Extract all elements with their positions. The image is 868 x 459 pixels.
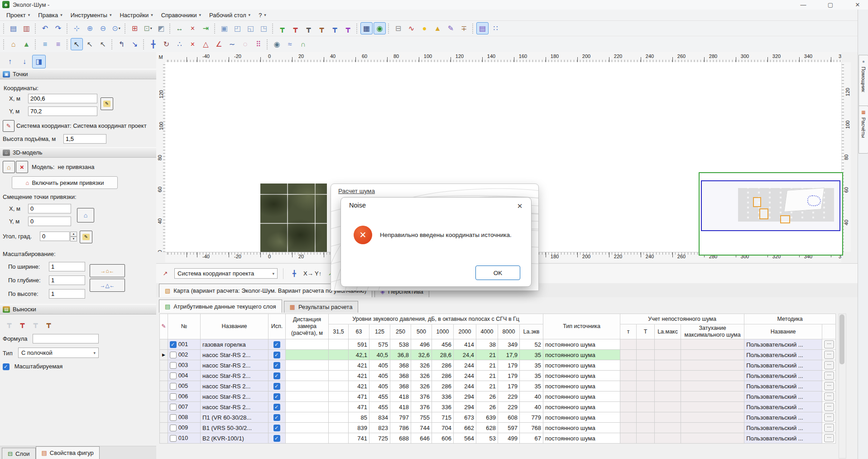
level-cell[interactable]: 646 xyxy=(411,433,432,444)
method-name-cell[interactable]: Пользовательский ... xyxy=(744,360,822,371)
column-header[interactable]: 4000 xyxy=(476,324,498,339)
T-cell[interactable] xyxy=(637,402,655,412)
use-checkbox-cell[interactable] xyxy=(269,391,286,402)
level-cell[interactable]: 405 xyxy=(369,381,390,391)
row-number-cell[interactable]: 009 xyxy=(168,423,201,433)
tau-cell[interactable] xyxy=(620,412,637,423)
level-cell[interactable]: 741 xyxy=(349,433,369,444)
section-3d-model[interactable]: ⌂ 3D-модель xyxy=(0,147,156,158)
pan-mode-icon[interactable]: ╋ xyxy=(289,269,300,279)
attenuation-cell[interactable] xyxy=(681,433,744,444)
level-cell[interactable]: 85 xyxy=(349,412,369,423)
pick-angle-button[interactable]: ✎ xyxy=(80,231,92,243)
use-checkbox-cell[interactable] xyxy=(269,350,286,360)
section-callouts[interactable]: ▤ Выноски xyxy=(0,304,156,314)
la-max-cell[interactable] xyxy=(655,402,681,412)
method-name-cell[interactable]: Пользовательский ... xyxy=(744,371,822,381)
column-header[interactable]: La.экв xyxy=(520,324,543,339)
maximize-button[interactable]: ▢ xyxy=(824,0,837,10)
use-checkbox[interactable] xyxy=(273,393,280,400)
callout-remove-button[interactable]: ┳ xyxy=(16,318,29,330)
use-checkbox-cell[interactable] xyxy=(269,339,286,350)
level-cell[interactable]: 704 xyxy=(432,423,454,433)
row-number-cell[interactable]: 003 xyxy=(168,360,201,371)
level-cell[interactable]: 421 xyxy=(349,381,369,391)
level-cell[interactable]: 606 xyxy=(432,433,454,444)
zoom-in-button[interactable]: ⊕ xyxy=(84,22,96,34)
scalable-checkbox-row[interactable]: Масштабируемая xyxy=(3,363,62,370)
level-cell[interactable]: 496 xyxy=(411,339,432,350)
attenuation-cell[interactable] xyxy=(681,339,744,350)
menu-item[interactable]: ?▾ xyxy=(255,11,271,19)
post-remove-button[interactable]: ┳ xyxy=(289,22,302,34)
method-name-cell[interactable]: Пользовательский ... xyxy=(744,433,822,444)
level-cell[interactable]: 336 xyxy=(432,391,454,402)
coordinate-system-select[interactable]: Система координат проекта ▾ xyxy=(174,268,278,279)
use-checkbox[interactable] xyxy=(273,435,280,442)
polygon-button[interactable]: △ xyxy=(200,38,212,50)
T-cell[interactable] xyxy=(637,371,655,381)
column-header[interactable]: Название xyxy=(744,324,822,339)
ellipsis-button[interactable]: ··· xyxy=(824,403,834,411)
row-number-cell[interactable]: 006 xyxy=(168,391,201,402)
level-cell[interactable] xyxy=(329,412,349,423)
scale-width-input[interactable] xyxy=(49,262,85,271)
delete-button[interactable]: × xyxy=(187,38,199,50)
layer-add-button[interactable]: ≡ xyxy=(39,38,51,50)
level-cell[interactable]: 286 xyxy=(432,360,454,371)
close-button[interactable]: ✕ xyxy=(851,0,864,10)
level-cell[interactable]: 591 xyxy=(349,339,369,350)
source-type-cell[interactable]: постоянного шума xyxy=(543,423,620,433)
ellipsis-button[interactable]: ··· xyxy=(824,434,834,442)
sources-table[interactable]: ✎№НазваниеИсп.Дистанция замера (расчёта)… xyxy=(159,314,836,444)
level-cell[interactable]: 797 xyxy=(390,412,411,423)
distance-cell[interactable] xyxy=(286,381,329,391)
level-cell[interactable]: 53 xyxy=(476,433,498,444)
table-row[interactable]: 007насос Star-RS 2...4714554183763362942… xyxy=(160,402,836,412)
column-header[interactable]: Методика xyxy=(744,314,836,324)
scrollbar-thumb[interactable] xyxy=(839,314,844,364)
la-max-cell[interactable] xyxy=(655,391,681,402)
shape-intersect-button[interactable]: ◱ xyxy=(245,22,257,34)
level-cell[interactable]: 26 xyxy=(476,391,498,402)
tab-calc-results[interactable]: ▦ Результаты расчета xyxy=(284,301,359,313)
level-cell[interactable]: 42,1 xyxy=(349,350,369,360)
use-checkbox-cell[interactable] xyxy=(269,433,286,444)
row-checkbox[interactable] xyxy=(170,404,177,411)
level-cell[interactable]: 744 xyxy=(411,423,432,433)
distance-cell[interactable] xyxy=(286,360,329,371)
modules-button[interactable]: ∷ xyxy=(489,22,502,34)
source-name-cell[interactable]: П1 (VR 60-30/28... xyxy=(201,412,269,423)
T-cell[interactable] xyxy=(637,381,655,391)
column-header[interactable]: Название xyxy=(201,314,269,339)
redo-button[interactable]: ↷ xyxy=(52,22,64,34)
attenuation-cell[interactable] xyxy=(681,371,744,381)
level-cell[interactable]: 839 xyxy=(349,423,369,433)
column-header[interactable]: Исп. xyxy=(269,314,286,339)
shape-union-button[interactable]: ▣ xyxy=(218,22,230,34)
row-checkbox[interactable] xyxy=(170,352,177,358)
table-row[interactable]: ▶ 002насос Star-RS 2...42,140,536,832,62… xyxy=(160,350,836,360)
level-cell[interactable]: 414 xyxy=(454,339,476,350)
level-cell[interactable]: 179 xyxy=(498,381,520,391)
measure-button[interactable]: ↔ xyxy=(173,22,186,34)
level-cell[interactable]: 21 xyxy=(476,360,498,371)
distance-cell[interactable] xyxy=(286,412,329,423)
attenuation-cell[interactable] xyxy=(681,402,744,412)
la-max-cell[interactable] xyxy=(655,360,681,371)
table-row[interactable]: 005насос Star-RS 2...4214053683262862442… xyxy=(160,381,836,391)
use-checkbox[interactable] xyxy=(273,425,280,431)
T-cell[interactable] xyxy=(637,433,655,444)
building-3d-button[interactable]: ⌂ xyxy=(7,38,19,50)
distance-cell[interactable] xyxy=(286,433,329,444)
use-checkbox[interactable] xyxy=(273,372,280,379)
protect-button[interactable]: ▥ xyxy=(20,22,33,34)
menu-item[interactable]: Справочники▾ xyxy=(158,11,206,19)
report-button[interactable]: ✎ xyxy=(445,22,457,34)
attach-model-button[interactable]: ⌂ xyxy=(3,161,15,173)
la-max-cell[interactable] xyxy=(655,433,681,444)
distance-cell[interactable] xyxy=(286,371,329,381)
row-checkbox[interactable] xyxy=(170,414,177,421)
level-cell[interactable]: 368 xyxy=(390,371,411,381)
column-header[interactable]: Дистанция замера (расчёта), м xyxy=(286,314,329,339)
